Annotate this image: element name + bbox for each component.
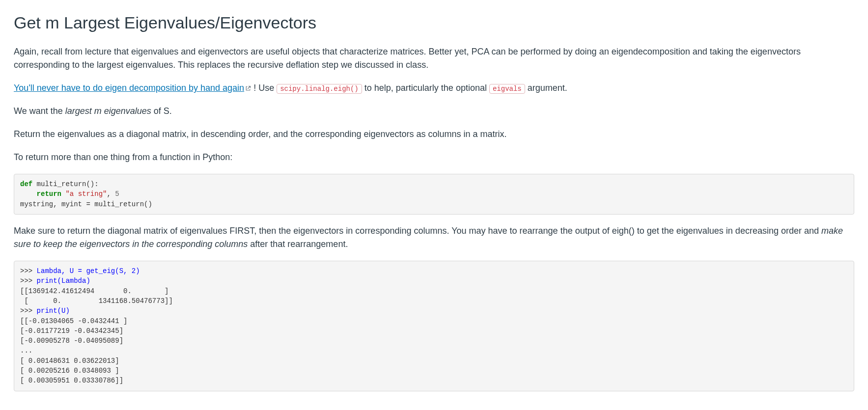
page-heading: Get m Largest Eigenvalues/Eigenvectors [14,12,854,33]
text-want-post: of S. [151,106,172,116]
tok-str: "a string" [61,190,107,198]
paragraph-multireturn: To return more than one thing from a fun… [14,151,854,164]
prompt-1: >>> [20,267,37,275]
code-l1: Lambda, U = get_eig(S, 2) [37,267,140,275]
code-l9: ... [20,347,32,355]
code-block-example: >>> Lambda, U = get_eig(S, 2) >>> print(… [14,261,854,391]
prompt-2: >>> [20,277,37,285]
eigen-link-text: You'll never have to do eigen decomposit… [14,83,244,93]
text-end: argument. [525,83,567,93]
code-l3: [[1369142.41612494 0. ] [20,287,168,295]
code-l12: [ 0.00305951 0.03330786]] [20,377,123,384]
text-makesure-a: Make sure to return the diagonal matrix … [14,226,821,236]
paragraph-return: Return the eigenvalues as a diagonal mat… [14,128,854,141]
tok-fn: multi_return(): [32,180,98,188]
tok-return: return [37,190,61,198]
code-l6: [[-0.01304065 -0.0432441 ] [20,317,127,325]
code-l11: [ 0.00205216 0.0348093 ] [20,367,119,375]
prompt-3: >>> [20,307,37,315]
text-mid: to help, particularly the optional [362,83,489,93]
paragraph-link: You'll never have to do eigen decomposit… [14,82,854,95]
text-after-link-a: ! Use [251,83,277,93]
tok-comma: , [107,190,115,198]
inline-code-eigvals: eigvals [489,84,525,94]
code-block-multireturn: def multi_return(): return "a string", 5… [14,174,854,215]
code-l2: print(Lambda) [37,277,90,285]
eigen-link[interactable]: You'll never have to do eigen decomposit… [14,83,251,93]
code-l7: [-0.01177219 -0.04342345] [20,327,123,335]
inline-code-eigh: scipy.linalg.eigh() [277,84,362,94]
external-link-icon [245,82,251,95]
paragraph-intro: Again, recall from lecture that eigenval… [14,45,854,72]
tok-def: def [20,180,32,188]
code-l5: print(U) [37,307,70,315]
code-l4: [ 0. 1341168.50476773]] [20,297,173,305]
code-l8: [-0.00905278 -0.04095089] [20,337,123,345]
code-l10: [ 0.00148631 0.03622013] [20,357,119,365]
tok-num5: 5 [115,190,119,198]
text-want-pre: We want the [14,106,65,116]
paragraph-want: We want the largest m eigenvalues of S. [14,105,854,118]
text-want-em: largest m eigenvalues [65,106,151,116]
paragraph-makesure: Make sure to return the diagonal matrix … [14,224,854,251]
tok-assign: mystring, myint = multi_return() [20,200,152,208]
text-makesure-b: after that rearrangement. [248,239,348,249]
